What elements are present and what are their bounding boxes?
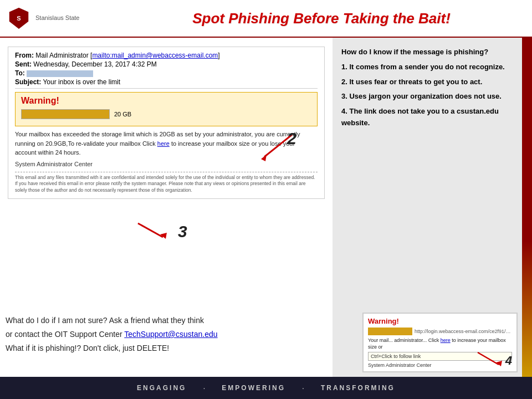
arrow-4-icon (472, 347, 505, 369)
support-email-link[interactable]: TechSupport@csustan.edu (124, 330, 217, 339)
left-panel: 1 From: Mail Administrator [mailto:mail_… (0, 38, 332, 377)
phishing-point1: 1. It comes from a sender you do not rec… (341, 62, 523, 73)
bottom-bar: ENGAGING · EMPOWERING · TRANSFORMING (0, 377, 532, 399)
main-content: 1 From: Mail Administrator [mailto:mail_… (0, 38, 532, 377)
advice-delete: What if it is phishing!? Don't click, ju… (6, 344, 326, 352)
footer-dot1: · (203, 383, 205, 392)
from-value: Mail Administrator [mailto:mail_admin@we… (35, 52, 219, 59)
svg-line-8 (478, 352, 499, 365)
from-email[interactable]: mailto:mail_admin@webaccess-email.com (92, 52, 218, 59)
svg-text:S: S (17, 15, 21, 22)
storage-limit-label: 20 GB (114, 111, 131, 117)
phishing-question: How do I know if the message is phishing… (341, 47, 523, 58)
header: S Stanislaus State Spot Phishing Before … (0, 0, 532, 38)
logo-area: S Stanislaus State (7, 6, 117, 30)
footer-engaging: ENGAGING (137, 384, 186, 392)
svg-line-6 (138, 223, 163, 237)
subject-label: Subject: (15, 78, 41, 86)
arrow-3-icon (132, 218, 177, 245)
click-here-link[interactable]: here (157, 140, 170, 147)
arrow-4-container: 4 (472, 347, 512, 369)
right-panel: How do I know if the message is phishing… (332, 38, 532, 377)
email-sent-line: Sent: Wednesday, December 13, 2017 4:32 … (15, 60, 318, 68)
warning-title: Warning! (21, 96, 311, 106)
subject-value: Your inbox is over the limit (43, 78, 120, 86)
inset-here-link: here (441, 337, 451, 343)
email-subject-line: Subject: Your inbox is over the limit (15, 78, 318, 86)
inset-warning-title: Warning! (368, 317, 512, 325)
phishing-point2: 2. It uses fear or threats to get you to… (341, 76, 523, 88)
to-value (27, 70, 93, 77)
number-3-badge: 3 (178, 222, 187, 241)
email-from-line: From: Mail Administrator [mailto:mail_ad… (15, 52, 318, 59)
logo-text: Stanislaus State (35, 14, 80, 22)
footer-transforming: TRANSFORMING (321, 384, 395, 392)
footer-dot2: · (302, 383, 304, 392)
email-to-line: To: (15, 69, 318, 77)
phishing-point3: 3. Uses jargon your organization does no… (341, 91, 523, 103)
arrow-3-container: 3 (132, 218, 187, 245)
sent-label: Sent: (15, 60, 32, 68)
bottom-advice-section: What do I do if I am not sure? Ask a fri… (6, 315, 326, 352)
email-footer: This email and any files transmitted wit… (15, 172, 318, 195)
number-4-badge: 4 (505, 354, 512, 368)
storage-bar: 20 GB (21, 109, 311, 119)
email-mockup: From: Mail Administrator [mailto:mail_ad… (8, 47, 325, 199)
inset-screenshot: Warning! http://login.webaccess-email.co… (362, 313, 518, 372)
phishing-point4: 4. The link does not take you to a csust… (341, 106, 523, 129)
inset-storage-bar: http://login.webaccess-email.com/ce2f91/… (368, 328, 512, 335)
svg-marker-5 (261, 155, 267, 161)
page-title: Spot Phishing Before Taking the Bait! (117, 10, 525, 27)
storage-bar-visual (21, 109, 110, 119)
phishing-tips: How do I know if the message is phishing… (339, 43, 525, 138)
advice-line2: or contact the OIT Support Center TechSu… (6, 329, 326, 340)
to-label: To: (15, 69, 25, 77)
stanislaus-shield-icon: S (7, 6, 31, 30)
inset-url: http://login.webaccess-email.com/ce2f91/… (415, 329, 512, 334)
warning-block: Warning! 20 GB (15, 92, 318, 126)
advice-line1: What do I do if I am not sure? Ask a fri… (6, 315, 326, 326)
sent-value: Wednesday, December 13, 2017 4:32 PM (33, 60, 156, 68)
from-label: From: (15, 52, 34, 59)
footer-empowering: EMPOWERING (222, 384, 285, 392)
inset-bar-visual (368, 328, 412, 335)
number-2-badge: 2 (287, 129, 296, 148)
arrow-2-container: 2 (253, 129, 298, 164)
right-decorative-bar (522, 38, 532, 377)
